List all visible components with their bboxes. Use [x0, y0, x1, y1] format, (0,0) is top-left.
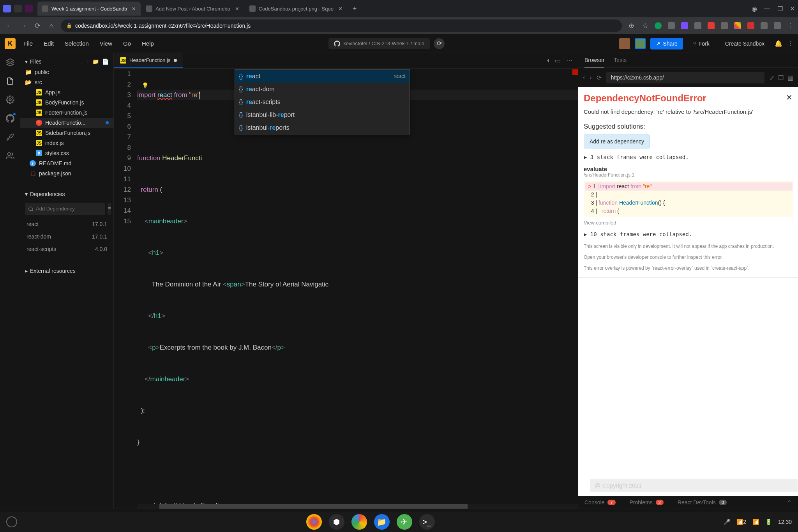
file-item[interactable]: JSBodyFunction.js	[20, 97, 113, 108]
more-icon[interactable]: ⋯	[566, 57, 572, 64]
tab-react-devtools[interactable]: React DevTools 0	[678, 499, 727, 505]
fork-button[interactable]: ⑂ Fork	[688, 38, 715, 49]
more-icon[interactable]: ⋮	[787, 40, 793, 47]
app-icon[interactable]: ✈	[397, 514, 412, 530]
extension-icon[interactable]	[655, 22, 662, 29]
pinned-tab-icon[interactable]	[25, 5, 33, 12]
dependency-item[interactable]: react-dom17.0.1	[20, 230, 113, 243]
horizontal-scrollbar[interactable]	[137, 504, 578, 509]
maximize-icon[interactable]: ❐	[777, 5, 783, 12]
app-icon[interactable]: ⬢	[329, 514, 344, 530]
autocomplete-item[interactable]: {}reactreact	[235, 70, 410, 83]
reload-icon[interactable]: ⟳	[597, 74, 602, 81]
new-file-icon[interactable]: 📄	[102, 58, 109, 65]
folder-public[interactable]: 📁 public	[20, 67, 113, 77]
extension-icon[interactable]	[668, 22, 675, 29]
extension-icon[interactable]	[694, 22, 701, 29]
menu-file[interactable]: File	[23, 40, 33, 47]
mic-icon[interactable]: 🎤	[724, 519, 730, 525]
minimize-icon[interactable]: —	[764, 5, 770, 12]
pinned-tab-icon[interactable]	[3, 5, 11, 12]
browser-tab[interactable]: CodeSandbox project.png - Squo ✕	[245, 2, 347, 16]
stack-frames-toggle[interactable]: 3 stack frames were collapsed.	[584, 154, 793, 160]
extension-icon[interactable]	[708, 22, 715, 29]
dependency-menu-icon[interactable]: ≡	[108, 203, 111, 215]
user-avatar[interactable]	[619, 38, 630, 49]
user-avatar[interactable]	[635, 38, 646, 49]
file-item[interactable]: JSindex.js	[20, 138, 113, 148]
extension-icon[interactable]	[681, 22, 688, 29]
file-item[interactable]: !HeaderFunctio...	[20, 118, 113, 128]
extension-icon[interactable]	[747, 22, 754, 29]
forward-icon[interactable]: ›	[590, 74, 591, 81]
extension-icon[interactable]	[734, 22, 741, 29]
split-icon[interactable]: ⫞	[546, 57, 549, 64]
menu-selection[interactable]: Selection	[65, 40, 89, 47]
dependencies-section-header[interactable]: ▾ Dependencies	[20, 189, 113, 200]
tab-browser[interactable]: Browser	[584, 57, 604, 67]
folder-src[interactable]: 📂 src	[20, 77, 113, 87]
tab-problems[interactable]: Problems 2	[630, 499, 664, 505]
autocomplete-item[interactable]: {}react-scripts	[235, 95, 410, 108]
new-window-icon[interactable]: ❐	[778, 74, 784, 81]
extension-icon[interactable]	[721, 22, 728, 29]
deploy-icon[interactable]	[5, 133, 15, 142]
forward-icon[interactable]: →	[19, 22, 28, 30]
new-tab-button[interactable]: +	[348, 5, 362, 13]
address-bar[interactable]: 🔒 codesandbox.io/s/week-1-assignment-c2x…	[61, 19, 622, 32]
file-item[interactable]: #styles.css	[20, 148, 113, 158]
add-dependency-button[interactable]: Add re as dependency	[584, 134, 650, 148]
lightbulb-icon[interactable]: 💡	[142, 80, 148, 91]
preview-url-input[interactable]: https://c2xn6.csb.app/	[606, 72, 764, 83]
file-item[interactable]: JSApp.js	[20, 87, 113, 97]
window-control-icon[interactable]: ◉	[752, 5, 757, 12]
settings-icon[interactable]	[5, 95, 15, 104]
menu-icon[interactable]: ⋮	[787, 22, 793, 30]
expand-icon[interactable]: ⤢	[769, 74, 774, 81]
layout-icon[interactable]: ▦	[787, 74, 793, 81]
close-window-icon[interactable]: ✕	[790, 5, 795, 12]
close-icon[interactable]: ✕	[132, 6, 136, 12]
file-item[interactable]: JSSidebarFunction.js	[20, 128, 113, 138]
bell-icon[interactable]: 🔔	[775, 40, 782, 47]
live-icon[interactable]	[5, 151, 15, 161]
pinned-tab-icon[interactable]	[14, 5, 22, 12]
home-icon[interactable]: ⌂	[47, 22, 56, 30]
close-icon[interactable]: ✕	[338, 6, 343, 12]
sync-icon[interactable]: ⟳	[434, 38, 445, 49]
back-icon[interactable]: ←	[5, 22, 14, 30]
wifi-icon[interactable]: 📶	[752, 519, 759, 525]
extensions-menu-icon[interactable]	[774, 22, 781, 29]
expand-panel-icon[interactable]: ⌃	[787, 499, 792, 505]
extension-icon[interactable]	[761, 22, 768, 29]
wifi-strength-icon[interactable]: 📶2	[736, 519, 746, 525]
browser-tab[interactable]: Week 1 assignment - CodeSandb ✕	[37, 2, 141, 16]
file-readme[interactable]: i README.md	[20, 158, 113, 168]
repo-breadcrumb[interactable]: kevinctofel / CIS-213-Week-1 / main	[328, 38, 430, 49]
menu-go[interactable]: Go	[123, 40, 131, 47]
autocomplete-item[interactable]: {}react-dom	[235, 83, 410, 95]
code-editor[interactable]: 123456789101112131415 import react from …	[114, 69, 578, 509]
chrome-app-icon[interactable]	[306, 514, 322, 530]
back-icon[interactable]: ‹	[583, 74, 585, 81]
files-section-header[interactable]: ▾ Files ↓ ↑ 📁 📄	[20, 56, 113, 67]
preview-icon[interactable]: ▭	[555, 57, 561, 64]
file-item[interactable]: JSFooterFunction.js	[20, 108, 113, 118]
autocomplete-item[interactable]: {}istanbul-reports	[235, 121, 410, 134]
new-folder-icon[interactable]: 📁	[92, 58, 99, 65]
reload-icon[interactable]: ⟳	[33, 21, 42, 30]
sandbox-icon[interactable]	[5, 58, 15, 67]
editor-tab[interactable]: JS HeaderFunction.js	[114, 53, 183, 68]
download-icon[interactable]: ↓	[81, 58, 83, 65]
menu-view[interactable]: View	[100, 40, 112, 47]
terminal-app-icon[interactable]: >_	[419, 514, 435, 530]
external-resources-header[interactable]: ▸ External resources	[20, 265, 113, 276]
tab-tests[interactable]: Tests	[614, 57, 627, 67]
close-icon[interactable]: ✕	[235, 6, 239, 12]
add-dependency-input[interactable]	[25, 203, 105, 215]
photos-app-icon[interactable]	[351, 514, 367, 530]
files-app-icon[interactable]: 📁	[374, 514, 390, 530]
upload-icon[interactable]: ↑	[87, 58, 89, 65]
view-compiled-link[interactable]: View compiled	[584, 220, 793, 226]
menu-help[interactable]: Help	[142, 40, 154, 47]
